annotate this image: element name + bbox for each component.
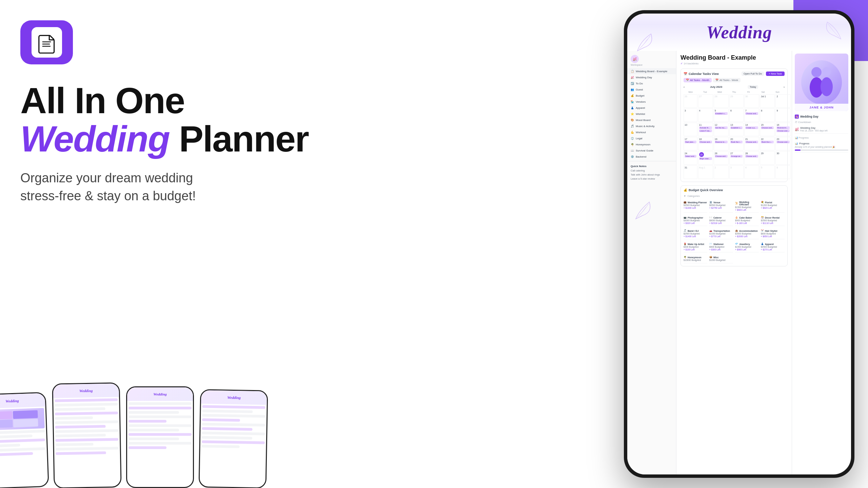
sidebar-item-todo[interactable]: ☑️ To Do [627,80,676,86]
cal-event[interactable]: Reserve to... [715,141,728,143]
cal-cell[interactable]: 16Brainstorm...Choose and... [775,123,790,136]
cal-cell[interactable]: 2 [775,94,790,108]
cal-event[interactable]: Choose and... [699,141,712,143]
progress-section: 📊 Progress 📊 Progress Already 11% of you… [795,136,848,152]
cal-event[interactable]: Choose and... [776,141,789,143]
budget-item: 🎵 Band / DJ $2500 Budgeted + $1400 Left [684,228,707,239]
cal-cell[interactable]: 26 [684,94,697,108]
cal-event[interactable]: Brainstorm... [776,126,789,129]
cal-cell[interactable]: 12Set the mu... [714,123,729,136]
cal-event[interactable]: Choose and... [745,141,758,143]
cal-event[interactable]: Activate th... [699,126,712,129]
cal-event[interactable]: Arrange an... [730,155,743,158]
cal-cell[interactable]: 7Choose and... [744,108,759,122]
sidebar-item-apparel[interactable]: 👗 Apparel [627,105,676,111]
cal-cell[interactable]: 25Begin sear... [698,151,713,165]
sidebar-item-workout[interactable]: 💪 Workout [627,129,676,135]
cal-event[interactable]: Choose and... [745,112,758,115]
sidebar-avatar: 💒 [631,55,639,63]
sidebar-item-honeymoon[interactable]: 🌴 Honeymoon [627,141,676,147]
cal-cell[interactable]: 30 [744,94,759,108]
cal-event[interactable]: Set the mu... [715,126,728,129]
sidebar-item-survival[interactable]: 📖 Survival Guide [627,147,676,154]
cal-today-btn[interactable]: Today [748,85,758,89]
cal-cell[interactable]: 24Select and... [684,151,697,165]
cal-event[interactable]: Select and... [685,155,696,158]
sidebar-item-vendors[interactable]: 🏪 Vendors [627,99,676,105]
cal-cell[interactable]: 14Create a p... [744,123,759,136]
cal-cell[interactable]: 13Establish c... [729,123,744,136]
cal-cell[interactable]: 27Arrange an... [729,151,744,165]
cal-cell[interactable]: 5 [760,165,775,179]
cal-cell-num: 26 [715,152,728,155]
quick-note-3: Leave a 5-star review [631,177,673,180]
cal-cell[interactable]: 31 [684,165,697,179]
sidebar-item-budget[interactable]: 💰 Budget [627,93,676,99]
cal-cell[interactable]: 30 [775,151,790,165]
sidebar-item-legal[interactable]: ⚖️ Legal [627,135,676,141]
cal-cell[interactable]: 15Choose and... [760,123,775,136]
cal-cell[interactable]: 29 [760,151,775,165]
sidebar-item-backend[interactable]: ⚙️ Backend [627,154,676,160]
cal-cell[interactable]: 29 [729,94,744,108]
cal-event[interactable]: Choose and... [776,129,789,132]
tab-all-week[interactable]: 📅 All Tasks - Week [713,78,741,82]
cal-event[interactable]: Begin sear... [699,157,712,160]
cal-event[interactable]: Book the c... [761,141,774,143]
cal-event[interactable]: Establish s... [715,112,728,115]
cal-cell[interactable]: 10 [684,123,697,136]
budget-item-title: 📦 Misc [709,256,733,259]
cal-cell[interactable]: 4 [744,165,759,179]
cal-cell[interactable]: 19Reserve to... [714,137,729,150]
cal-next-btn[interactable]: › [784,85,785,89]
cal-cell[interactable]: 22Book the c... [760,137,775,150]
cal-cell[interactable]: 6 [775,165,790,179]
tab-all-month[interactable]: 📅 All Tasks - Month [684,78,712,82]
cal-event[interactable]: Leave 5 sta... [699,129,712,132]
wedding-header: Wedding [627,14,851,51]
cal-cell[interactable]: 28 [714,94,729,108]
cal-prev-btn[interactable]: ‹ [684,85,685,89]
sidebar-item-wedding-day[interactable]: 💒 Wedding Day [627,74,676,80]
cal-cell[interactable]: 3 [729,165,744,179]
sidebar-item-guest[interactable]: 👥 Guest [627,86,676,93]
cal-cell[interactable]: 18Choose and... [698,137,713,150]
cal-cell[interactable]: 21Choose and... [744,137,759,150]
cal-cell[interactable]: 4 [698,108,713,122]
guest-icon: 👥 [631,88,634,91]
sidebar-item-moodboard[interactable]: 🎨 Mood Board [627,117,676,123]
cal-cell[interactable]: Aug 1 [698,165,713,179]
cal-event[interactable]: Choose and... [745,155,758,158]
cal-cell[interactable]: 27 [698,94,713,108]
cal-cell[interactable]: 9 [775,108,790,122]
sidebar-item-music[interactable]: 🎵 Music & Activity [627,123,676,129]
budget-item: ✂️ Hair Stylist $800 Budgeted + $650 Lef… [761,228,785,239]
cal-cell[interactable]: 20Book the r... [729,137,744,150]
cal-cell-num: 26 [685,95,696,98]
cal-cell-num: 12 [715,124,728,126]
cal-cell[interactable]: Jul 1 [760,94,775,108]
cal-cell-num: 5 [761,166,774,169]
cal-event[interactable]: Create a p... [745,126,758,129]
cal-cell[interactable]: 28Choose and... [744,151,759,165]
cal-cell[interactable]: 17Start plan... [684,137,697,150]
cal-cell[interactable]: 23Choose and... [775,137,790,150]
cal-event[interactable]: Establish c... [730,126,743,129]
cal-cell[interactable]: 11Activate th...Leave 5 sta... [698,123,713,136]
new-task-btn[interactable]: + New Task [766,72,785,76]
budget-item-budget: $10000 Budgeted [684,259,707,261]
cal-cell[interactable]: 8 [760,108,775,122]
cal-cell[interactable]: 5Establish s... [714,108,729,122]
cal-cell[interactable]: 6 [729,108,744,122]
sidebar-item-wishlist[interactable]: ⭐ Wishlist [627,111,676,117]
open-full-todo-btn[interactable]: Open Full To Do [742,72,764,76]
cal-cell[interactable]: 3 [684,108,697,122]
cal-event[interactable]: Book the r... [730,141,743,143]
cal-cell[interactable]: 2 [714,165,729,179]
budget-item-title: 🎂 Cake Baker [735,216,759,219]
cal-cell[interactable]: 26Choose and... [714,151,729,165]
cal-event[interactable]: Start plan... [685,141,696,143]
cal-event[interactable]: Choose and... [715,155,728,158]
sidebar-item-wedding-board[interactable]: 📋 Wedding Board - Example [627,68,676,74]
cal-event[interactable]: Choose and... [761,126,774,129]
